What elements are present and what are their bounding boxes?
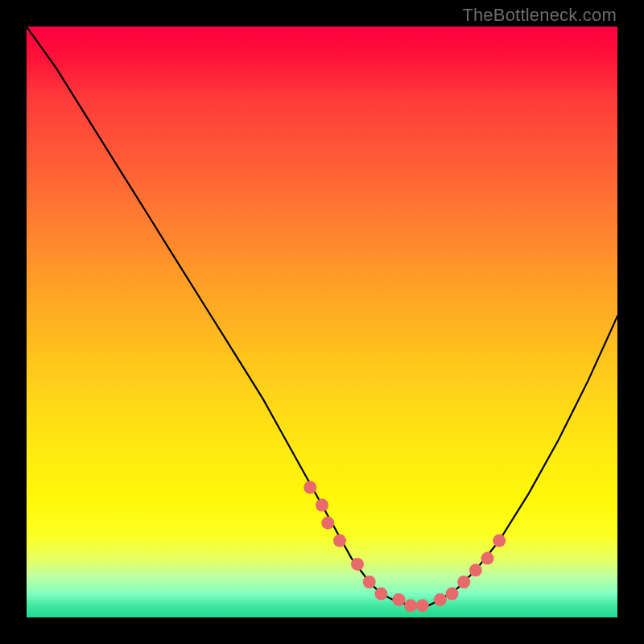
marker-dot xyxy=(351,558,364,571)
bottleneck-curve xyxy=(27,27,617,605)
marker-dot xyxy=(469,564,482,576)
curve-markers xyxy=(303,481,506,613)
plot-area xyxy=(27,27,617,617)
marker-dot xyxy=(446,588,459,601)
marker-dot xyxy=(303,481,316,494)
marker-dot xyxy=(333,535,346,547)
watermark-text: TheBottleneck.com xyxy=(462,5,617,26)
marker-dot xyxy=(457,576,470,588)
marker-dot xyxy=(481,552,494,565)
marker-dot xyxy=(374,588,387,601)
marker-dot xyxy=(392,593,405,606)
marker-dot xyxy=(321,517,334,530)
chart-svg xyxy=(27,27,617,617)
marker-dot xyxy=(316,499,328,512)
marker-dot xyxy=(434,593,447,606)
marker-dot xyxy=(404,599,417,612)
chart-frame: TheBottleneck.com xyxy=(0,0,644,644)
marker-dot xyxy=(363,576,376,588)
marker-dot xyxy=(493,535,506,547)
marker-dot xyxy=(416,599,429,612)
